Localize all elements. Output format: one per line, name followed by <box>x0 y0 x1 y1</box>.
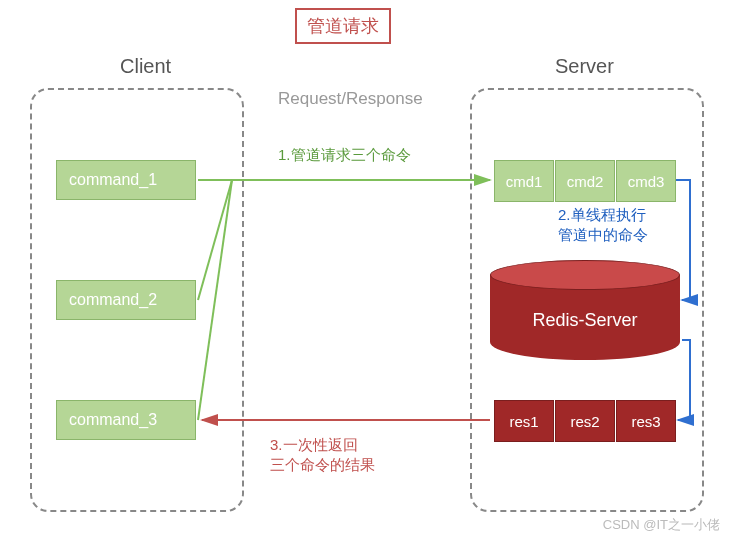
redis-server-cylinder: Redis-Server <box>490 260 680 360</box>
client-command-2: command_2 <box>56 280 196 320</box>
server-cmd-2: cmd2 <box>555 160 615 202</box>
step-1-label: 1.管道请求三个命令 <box>278 145 411 165</box>
client-command-1: command_1 <box>56 160 196 200</box>
step-2-label-line1: 2.单线程执行 <box>558 205 646 225</box>
server-cmd-1: cmd1 <box>494 160 554 202</box>
server-cmd-3: cmd3 <box>616 160 676 202</box>
client-command-3: command_3 <box>56 400 196 440</box>
diagram-title: 管道请求 <box>295 8 391 44</box>
server-header: Server <box>555 55 614 78</box>
client-header: Client <box>120 55 171 78</box>
server-res-1: res1 <box>494 400 554 442</box>
server-res-2: res2 <box>555 400 615 442</box>
step-3-label-line2: 三个命令的结果 <box>270 455 375 475</box>
request-response-label: Request/Response <box>278 88 423 110</box>
step-2-label-line2: 管道中的命令 <box>558 225 648 245</box>
step-3-label-line1: 3.一次性返回 <box>270 435 358 455</box>
server-res-3: res3 <box>616 400 676 442</box>
watermark: CSDN @IT之一小佬 <box>603 516 720 534</box>
redis-server-label: Redis-Server <box>490 310 680 331</box>
